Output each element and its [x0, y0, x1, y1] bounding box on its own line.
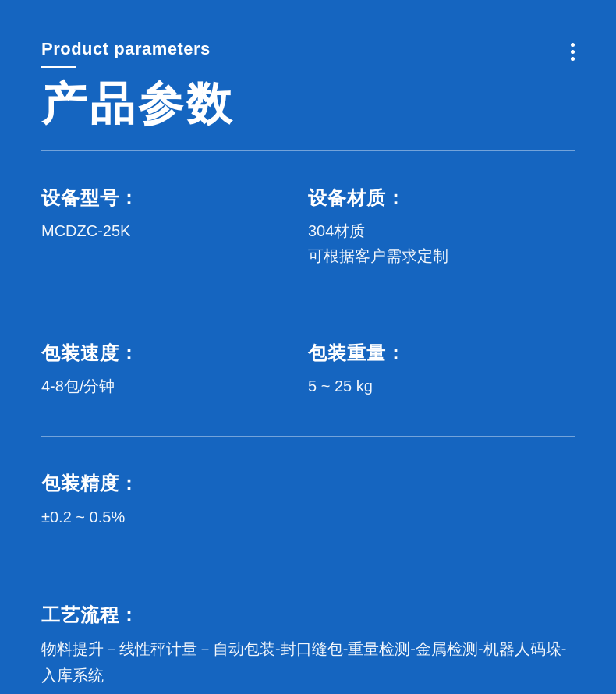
more-icon[interactable]	[571, 39, 575, 61]
divider-row2	[41, 436, 575, 437]
subtitle-block: Product parameters	[41, 39, 211, 79]
param-material: 设备材质： 304材质可根据客户需求定制	[308, 173, 575, 284]
header-section: Product parameters 产品参数	[41, 39, 575, 129]
param-speed-value: 4-8包/分钟	[41, 374, 308, 398]
param-precision-label: 包装精度：	[41, 471, 575, 496]
accent-line	[41, 66, 76, 68]
divider-top	[41, 150, 575, 151]
param-material-value: 304材质可根据客户需求定制	[308, 218, 575, 268]
subtitle: Product parameters	[41, 39, 211, 59]
param-weight: 包装重量： 5 ~ 25 kg	[308, 328, 575, 414]
param-speed: 包装速度： 4-8包/分钟	[41, 328, 308, 414]
param-process: 工艺流程： 物料提升－线性秤计量－自动包装-封口缝包-重量检测-金属检测-机器人…	[41, 590, 575, 694]
param-precision: 包装精度： ±0.2 ~ 0.5%	[41, 459, 575, 546]
dot-3	[571, 57, 575, 61]
divider-row1	[41, 306, 575, 306]
page-container: Product parameters 产品参数 设备型号： MCDZC-25K …	[0, 0, 616, 694]
param-material-label: 设备材质：	[308, 186, 575, 211]
param-model: 设备型号： MCDZC-25K	[41, 173, 308, 284]
main-title: 产品参数	[41, 79, 575, 129]
divider-row3	[41, 568, 575, 568]
param-process-label: 工艺流程：	[41, 603, 575, 628]
dot-2	[571, 50, 575, 54]
param-model-value: MCDZC-25K	[41, 218, 308, 243]
dot-1	[571, 43, 575, 47]
param-process-value: 物料提升－线性秤计量－自动包装-封口缝包-重量检测-金属检测-机器人码垛-入库系…	[41, 636, 575, 689]
param-speed-label: 包装速度：	[41, 341, 308, 366]
param-weight-value: 5 ~ 25 kg	[308, 374, 575, 398]
params-row-1: 设备型号： MCDZC-25K 设备材质： 304材质可根据客户需求定制	[41, 173, 575, 284]
params-row-2: 包装速度： 4-8包/分钟 包装重量： 5 ~ 25 kg	[41, 328, 575, 414]
param-weight-label: 包装重量：	[308, 341, 575, 366]
header-top: Product parameters	[41, 39, 575, 79]
param-model-label: 设备型号：	[41, 186, 308, 211]
param-precision-value: ±0.2 ~ 0.5%	[41, 504, 575, 530]
